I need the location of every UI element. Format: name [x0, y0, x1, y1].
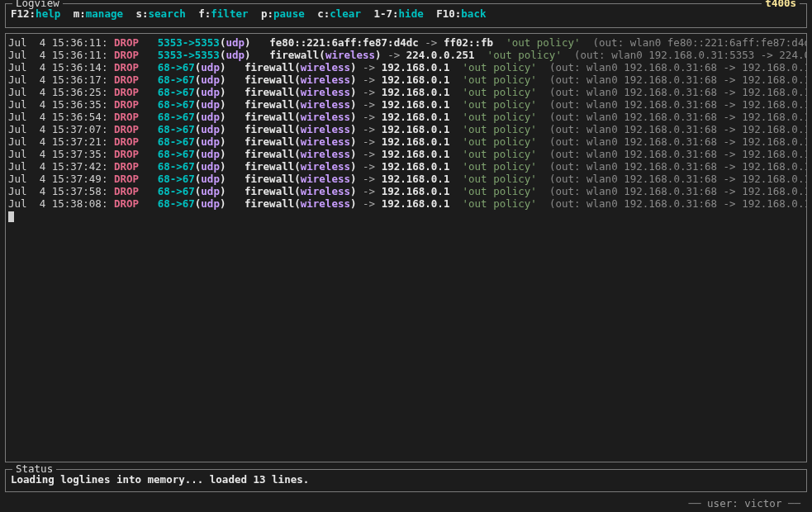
log-action: DROP — [114, 123, 139, 135]
log-action: DROP — [114, 36, 139, 49]
log-firewall: firewall — [245, 173, 294, 185]
log-policy: 'out policy' — [463, 135, 537, 148]
log-date: Jul 4 15:37:58: — [8, 185, 107, 197]
log-date: Jul 4 15:36:11: — [8, 36, 107, 49]
shortcut-key[interactable]: m: — [74, 7, 86, 20]
log-dst: 192.168.0.1 — [382, 135, 450, 148]
log-action: DROP — [114, 98, 139, 111]
log-action: DROP — [114, 173, 139, 185]
shortcut-key[interactable]: 1-7: — [373, 7, 398, 20]
log-date: Jul 4 15:36:54: — [8, 111, 107, 123]
log-line: Jul 4 15:36:11: DROP 5353->5353(udp) fir… — [8, 49, 804, 61]
log-box[interactable]: Jul 4 15:36:11: DROP 5353->5353(udp) fe8… — [5, 33, 807, 462]
log-policy: 'out policy' — [487, 49, 562, 61]
log-tail: (out: wlan0 192.168.0.31:68 -> 192.168.0… — [549, 173, 807, 185]
shortcut-cmd[interactable]: pause — [273, 7, 305, 20]
log-tail: (out: wlan0 192.168.0.31:68 -> 192.168.0… — [549, 148, 807, 160]
shortcut-key[interactable]: p: — [261, 7, 273, 20]
log-action: DROP — [114, 49, 139, 61]
log-ports: 68->67 — [158, 148, 195, 160]
status-title: Status — [12, 462, 56, 475]
log-dst: 192.168.0.1 — [382, 197, 450, 210]
log-policy: 'out policy' — [463, 160, 537, 173]
status-panel: Status Loading loglines into memory... l… — [5, 469, 807, 492]
log-firewall: firewall — [245, 197, 294, 210]
log-dst: 192.168.0.1 — [382, 185, 450, 197]
log-ports: 68->67 — [158, 86, 195, 98]
shortcut-key[interactable]: F12: — [11, 7, 36, 20]
logview-panel: Logview t400s F12:help m:manage s:search… — [5, 3, 807, 28]
log-tail: (out: wlan0 192.168.0.31:68 -> 192.168.0… — [549, 135, 807, 148]
shortcut-cmd[interactable]: hide — [399, 7, 424, 20]
log-ports: 68->67 — [158, 135, 195, 148]
log-src: fe80::221:6aff:fe87:d4dc — [269, 36, 419, 49]
log-interface: wireless — [301, 160, 350, 173]
log-firewall: firewall — [245, 160, 294, 173]
log-policy: 'out policy' — [506, 36, 580, 49]
shortcut-cmd[interactable]: search — [149, 7, 186, 20]
log-interface: wireless — [301, 185, 350, 197]
log-line: Jul 4 15:37:21: DROP 68->67(udp) firewal… — [8, 135, 804, 148]
log-interface: wireless — [301, 135, 350, 148]
shortcut-cmd[interactable]: back — [461, 7, 486, 20]
log-tail: (out: wlan0 192.168.0.31:68 -> 192.168.0… — [549, 185, 807, 197]
log-dst: 192.168.0.1 — [382, 148, 450, 160]
log-ports: 68->67 — [158, 173, 195, 185]
log-ports: 68->67 — [158, 197, 195, 210]
log-line: Jul 4 15:37:42: DROP 68->67(udp) firewal… — [8, 160, 804, 173]
log-dst: 192.168.0.1 — [382, 123, 450, 135]
log-dst: 192.168.0.1 — [382, 173, 450, 185]
log-interface: wireless — [301, 148, 350, 160]
log-action: DROP — [114, 135, 139, 148]
log-line: Jul 4 15:37:58: DROP 68->67(udp) firewal… — [8, 185, 804, 197]
shortcut-key[interactable]: f: — [198, 7, 211, 20]
log-ports: 68->67 — [158, 98, 195, 111]
log-line: Jul 4 15:37:49: DROP 68->67(udp) firewal… — [8, 173, 804, 185]
log-line: Jul 4 15:36:35: DROP 68->67(udp) firewal… — [8, 98, 804, 111]
log-proto: udp — [201, 123, 220, 135]
shortcut-key[interactable]: F10: — [436, 7, 461, 20]
shortcut-cmd[interactable]: help — [36, 7, 60, 20]
log-proto: udp — [226, 49, 245, 61]
log-action: DROP — [114, 185, 139, 197]
log-proto: udp — [201, 185, 220, 197]
shortcut-key[interactable]: s: — [136, 7, 149, 20]
shortcut-key[interactable]: c: — [317, 7, 330, 20]
log-dst: 192.168.0.1 — [382, 111, 450, 123]
log-policy: 'out policy' — [463, 185, 537, 197]
log-date: Jul 4 15:37:35: — [8, 148, 107, 160]
log-date: Jul 4 15:37:42: — [8, 160, 107, 173]
log-date: Jul 4 15:36:17: — [8, 73, 107, 86]
log-proto: udp — [201, 86, 220, 98]
log-action: DROP — [114, 148, 139, 160]
log-policy: 'out policy' — [463, 86, 537, 98]
log-line: Jul 4 15:38:08: DROP 68->67(udp) firewal… — [8, 197, 804, 210]
log-ports: 68->67 — [158, 111, 195, 123]
log-interface: wireless — [301, 73, 350, 86]
log-date: Jul 4 15:36:11: — [8, 49, 107, 61]
log-ports: 68->67 — [158, 160, 195, 173]
log-proto: udp — [201, 98, 220, 111]
user-dashes-right: ── — [788, 497, 800, 510]
shortcut-cmd[interactable]: filter — [211, 7, 248, 20]
user-name: victor — [744, 497, 781, 510]
log-date: Jul 4 15:36:25: — [8, 86, 107, 98]
log-proto: udp — [201, 61, 220, 73]
log-firewall: firewall — [245, 61, 294, 73]
log-line: Jul 4 15:36:14: DROP 68->67(udp) firewal… — [8, 61, 804, 73]
log-firewall: firewall — [245, 148, 294, 160]
log-firewall: firewall — [245, 135, 294, 148]
shortcut-cmd[interactable]: manage — [86, 7, 123, 20]
shortcut-bar: F12:help m:manage s:search f:filter p:pa… — [9, 6, 803, 21]
shortcut-cmd[interactable]: clear — [330, 7, 361, 20]
log-date: Jul 4 15:38:08: — [8, 197, 107, 210]
log-interface: wireless — [301, 111, 350, 123]
log-firewall: firewall — [245, 111, 294, 123]
user-line: ── user: victor ── — [689, 497, 801, 510]
log-dst: 192.168.0.1 — [382, 86, 450, 98]
log-policy: 'out policy' — [463, 148, 537, 160]
log-firewall: firewall — [245, 123, 294, 135]
log-ports: 68->67 — [158, 73, 195, 86]
log-action: DROP — [114, 73, 139, 86]
log-line: Jul 4 15:36:54: DROP 68->67(udp) firewal… — [8, 111, 804, 123]
